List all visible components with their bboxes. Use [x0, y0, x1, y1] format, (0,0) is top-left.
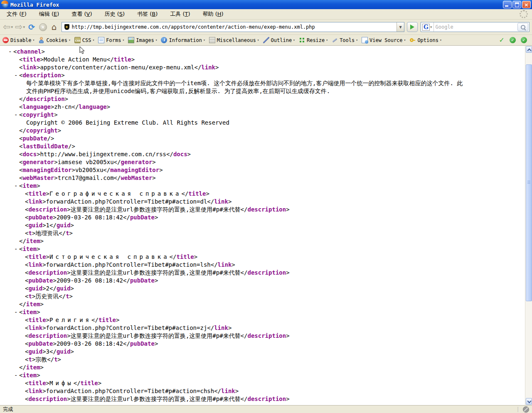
- throbber-icon: [520, 10, 528, 18]
- view-source-icon: [362, 37, 368, 43]
- devtoolbar-item[interactable]: Miscellaneous▾: [209, 37, 259, 43]
- devtoolbar-item[interactable]: Information▾: [161, 37, 205, 43]
- xml-tag: link: [28, 388, 42, 394]
- stop-button[interactable]: ×: [39, 23, 47, 31]
- devtoolbar-item[interactable]: Options▾: [409, 37, 441, 43]
- scrollbar-thumb[interactable]: [526, 64, 532, 301]
- menu-item[interactable]: 文件 (F): [2, 9, 31, 19]
- reload-button[interactable]: ⟳: [27, 23, 37, 31]
- menu-item[interactable]: 书签 (B): [133, 9, 162, 19]
- xml-line: -<item>: [0, 308, 525, 316]
- images-icon: [128, 37, 134, 43]
- menu-item[interactable]: 编辑 (E): [35, 9, 64, 19]
- xml-line: 每个菜单模块下有多个菜单链接,每个连接对应此文件中的一个item项. 这个文件必…: [0, 79, 525, 87]
- search-go-button[interactable]: [517, 23, 528, 31]
- page-content: -<channel><title>Module Action Menu</tit…: [0, 46, 532, 405]
- collapse-toggle[interactable]: -: [14, 182, 19, 190]
- xml-line: <guid>1</guid>: [0, 221, 525, 229]
- xml-line: <t>地理资讯</t>: [0, 229, 525, 237]
- xml-text: forwardAction.php?Controller=Tibet#p#act…: [46, 198, 207, 205]
- xml-text: appstore/contenter/action-menu/exep-menu…: [40, 64, 195, 71]
- xml-tag: docs: [22, 151, 37, 157]
- xml-text: Географическая справка: [49, 190, 181, 197]
- search-bar[interactable]: G ▾: [421, 22, 530, 32]
- menu-item[interactable]: 工具 (T): [166, 9, 194, 19]
- xml-text: forwardAction.php?Controller=Tibet#p#act…: [46, 388, 214, 394]
- xml-line: -<item>: [0, 371, 525, 379]
- statusbar: 完成: [0, 405, 532, 413]
- devtoolbar-item[interactable]: Tools▾: [332, 37, 358, 43]
- xml-line: <link>forwardAction.php?Controller=Tibet…: [0, 324, 525, 332]
- xml-line: <pubDate/>: [0, 135, 525, 143]
- url-bar[interactable]: ▼: [62, 22, 404, 32]
- xml-text: 每个菜单模块下有多个菜单链接,每个连接对应此文件中的一个item项. 这个文件必…: [26, 80, 463, 86]
- devtoolbar-item[interactable]: Disable▾: [2, 37, 34, 43]
- xml-line: <t>历史资讯</t>: [0, 293, 525, 300]
- xml-tag: description: [22, 72, 61, 79]
- url-history-dropdown-button[interactable]: ▼: [397, 22, 404, 32]
- search-icon: [521, 25, 525, 30]
- devtoolbar-item-label: Information: [169, 37, 202, 43]
- xml-line: -<item>: [0, 182, 525, 190]
- back-dropdown-icon[interactable]: ▾: [11, 25, 13, 29]
- go-button[interactable]: [407, 22, 418, 32]
- xml-text: 2009-03-26 08:18:42: [57, 340, 123, 347]
- xml-text: 这里要注意的是注意url参数连接字符的置换,这里使用#p#来代替: [71, 332, 241, 339]
- url-input[interactable]: [72, 24, 397, 30]
- devtoolbar-item[interactable]: Forms▾: [98, 37, 124, 43]
- xml-tag: item: [22, 246, 37, 252]
- statusbar-separator: [518, 407, 519, 412]
- collapse-toggle[interactable]: -: [8, 48, 13, 56]
- close-button[interactable]: ×: [522, 1, 531, 8]
- devtoolbar-item[interactable]: CSS▾: [74, 37, 95, 43]
- xml-tag: language: [79, 103, 106, 110]
- devtoolbar-items: Disable▾Cookies▾CSS▾Forms▾Images▾Informa…: [2, 37, 446, 43]
- xml-text: vb2005xu: [75, 167, 103, 173]
- restore-button[interactable]: [512, 1, 521, 8]
- devtoolbar-item[interactable]: View Source▾: [362, 37, 406, 43]
- devtoolbar-item[interactable]: Resize▾: [299, 37, 328, 43]
- devtoolbar-item-label: Options: [417, 37, 438, 43]
- xml-line: <generator>iamsese vb2005xu</generator>: [0, 158, 525, 166]
- xml-line: <description>这里要注意的是注意url参数连接字符的置换,这里使用#…: [0, 206, 525, 214]
- collapse-toggle[interactable]: -: [14, 308, 19, 316]
- menu-item[interactable]: 查看 (V): [67, 9, 96, 19]
- devtoolbar-item[interactable]: Cookies▾: [38, 37, 70, 43]
- devtoolbar-item-label: View Source: [369, 37, 402, 43]
- search-input[interactable]: [434, 24, 518, 30]
- home-button[interactable]: ⌂: [49, 23, 59, 31]
- statusbar-extension-icon[interactable]: [523, 406, 529, 413]
- devtoolbar-item[interactable]: Images▾: [128, 37, 157, 43]
- menu-item[interactable]: 历史 (S): [101, 9, 129, 19]
- xml-tag: lastBuildDate: [22, 143, 68, 150]
- scroll-up-button[interactable]: [526, 46, 532, 53]
- devtoolbar-item-label: Images: [136, 37, 154, 43]
- minimize-button[interactable]: [503, 1, 512, 8]
- xml-tag: link: [214, 198, 228, 205]
- xml-line: <pubDate>2009-03-26 08:18:42</pubDate>: [0, 277, 525, 285]
- devtoolbar-item-label: Disable: [10, 37, 32, 43]
- devtoolbar-item-label: Miscellaneous: [217, 37, 256, 43]
- vertical-scrollbar[interactable]: [525, 46, 532, 405]
- collapse-toggle[interactable]: -: [14, 71, 19, 79]
- xml-text: 这里要注意的是注意url参数连接字符的置换,这里使用#p#来代替: [71, 269, 241, 276]
- xml-tag: description: [247, 206, 286, 213]
- search-engine-button[interactable]: G ▾: [421, 22, 434, 32]
- forward-icon: ⇨: [15, 22, 22, 32]
- xml-text: forwardAction.php?Controller=Tibet#p#act…: [46, 261, 211, 268]
- collapse-toggle[interactable]: -: [14, 111, 19, 119]
- xml-tag: pubDate: [130, 214, 155, 221]
- xml-tag: t: [66, 293, 69, 300]
- xml-tag: t: [28, 230, 32, 236]
- tools-icon: [332, 37, 338, 43]
- resize-icon: [299, 37, 305, 43]
- devtoolbar-item[interactable]: Outline▾: [263, 37, 295, 43]
- collapse-toggle[interactable]: -: [14, 245, 19, 253]
- forward-button[interactable]: ⇨ ▾: [15, 22, 25, 32]
- back-button[interactable]: ⇦ ▾: [2, 22, 13, 32]
- forward-dropdown-icon[interactable]: ▾: [23, 25, 25, 29]
- menu-item[interactable]: 帮助 (H): [199, 9, 228, 19]
- back-icon: ⇦: [3, 22, 10, 32]
- collapse-toggle[interactable]: -: [14, 371, 19, 379]
- scroll-down-button[interactable]: [526, 398, 532, 405]
